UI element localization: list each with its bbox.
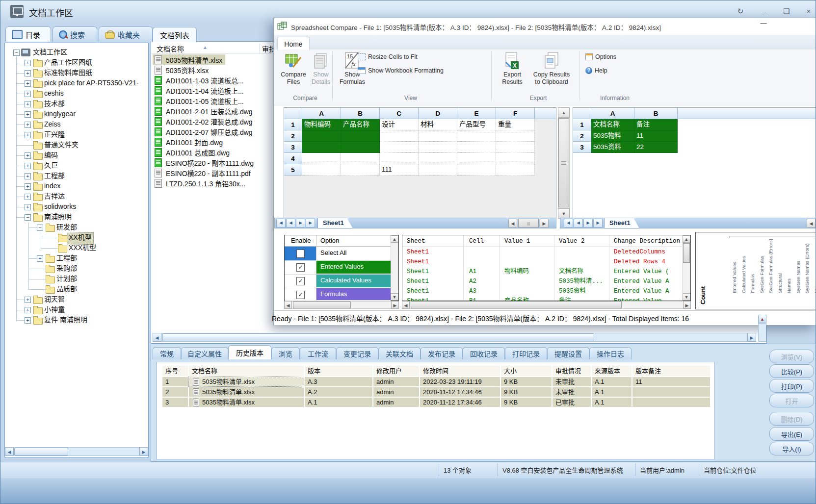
scroll-up-button[interactable]: ▲ [683, 235, 690, 243]
tree-expander-collapse[interactable]: − [25, 214, 31, 221]
result-cell[interactable]: A3 [469, 286, 500, 296]
sheet-cell[interactable] [457, 130, 496, 142]
history-cell[interactable]: admin [373, 398, 419, 407]
result-cell[interactable]: Deleted Rows 4 [614, 257, 680, 267]
tree-expander-expand[interactable]: + [25, 163, 31, 169]
tree-item[interactable]: 南浦照明 [43, 212, 73, 224]
history-cell[interactable]: 2022-03-23 19:11:19 [420, 377, 500, 386]
result-cell[interactable]: 产品名称 [504, 296, 554, 301]
bottom-tab-4[interactable]: 工作流 [300, 347, 336, 359]
sheet-cell[interactable]: 产品名称 [341, 119, 380, 130]
scroll-up-button[interactable]: ▲ [391, 235, 398, 243]
sheet-nav-last-button[interactable]: ▶ [593, 219, 603, 227]
doc-item[interactable]: ADI1001 封面.dwg [153, 137, 226, 147]
sheet-nav-last-button[interactable]: ▶ [306, 219, 315, 227]
sheet-cell[interactable] [419, 142, 457, 153]
scroll-up-button[interactable]: ▲ [558, 107, 570, 118]
tree-item[interactable]: pick place for AP-RT5350-V21- [43, 78, 140, 90]
sheet-cell[interactable] [341, 153, 380, 164]
action-button-export[interactable]: 导出(E) [769, 427, 814, 441]
history-cell[interactable]: A.1 [305, 398, 372, 407]
scroll-right-button[interactable]: ▶ [139, 447, 148, 456]
tree-item[interactable]: 产品工作区图纸 [43, 58, 94, 69]
doc-item[interactable]: ADI1001-2-07 铆压总成.dwg [153, 126, 256, 137]
sheet-cell[interactable] [496, 130, 535, 142]
result-cell[interactable]: Entered Value A [614, 286, 680, 296]
nav-tab-search[interactable]: 搜索 [53, 26, 97, 42]
hscroll-left-button[interactable]: ◀ [508, 219, 517, 227]
tree-item[interactable]: 正兴隆 [43, 130, 66, 141]
tree-item[interactable]: index [43, 181, 62, 193]
sheet-cell[interactable]: 22 [634, 142, 678, 153]
history-column-header[interactable]: 大小 [501, 366, 552, 376]
doc-item[interactable]: ADI1001-1-05 流道板上... [153, 96, 247, 106]
history-cell[interactable]: 9 KB [501, 387, 552, 397]
tree-expander-expand[interactable]: + [25, 297, 31, 303]
action-button-compare[interactable]: 比较(P) [769, 364, 814, 378]
scroll-down-button[interactable]: ▼ [558, 208, 570, 219]
tree-item[interactable]: ceshis [43, 89, 65, 100]
tree-expander-expand[interactable]: + [25, 194, 31, 200]
scroll-right-button[interactable]: ▶ [683, 301, 691, 309]
sheet-cell[interactable] [302, 153, 341, 164]
bottom-tab-2[interactable]: 历史版本 [228, 345, 271, 359]
sheet-cell[interactable]: 设计 [380, 119, 419, 130]
hscroll-thumb[interactable]: ||| [518, 219, 539, 227]
sheet-cell[interactable]: 产品型号 [457, 119, 496, 130]
doc-item[interactable]: ESINO横220 - 副本1111.dwg [153, 157, 257, 168]
tree-item[interactable]: 复件 南浦照明 [43, 315, 89, 327]
maximize-button[interactable]: ❑ [779, 6, 794, 16]
bottom-tab-6[interactable]: 关联文档 [378, 347, 421, 359]
history-cell[interactable]: 1 [162, 377, 188, 386]
hscroll-left-button[interactable]: ◀ [807, 219, 816, 227]
tree-expander-expand[interactable]: + [25, 317, 31, 324]
sheet-cell[interactable] [457, 153, 496, 164]
history-cell[interactable]: admin [373, 387, 419, 397]
sheet-cell[interactable]: 5035物料 [591, 130, 634, 142]
result-cell[interactable]: Entered Value [614, 296, 680, 301]
sheet-nav-next-button[interactable]: ▶ [296, 219, 305, 227]
history-cell[interactable]: A.1 [592, 398, 632, 407]
history-cell[interactable]: 5035物料清单.xlsx [189, 377, 304, 386]
history-cell[interactable]: 3 [162, 398, 188, 407]
options-vscrollbar[interactable] [391, 235, 398, 301]
sheet-cell[interactable] [380, 153, 419, 164]
nav-tab-favorites[interactable]: 收藏夹 [99, 26, 153, 42]
history-cell[interactable]: A.1 [592, 377, 632, 386]
option-checkbox[interactable]: ✓ [296, 263, 305, 272]
doc-vscroll-up-button[interactable]: ▲ [758, 315, 766, 323]
tree-expander-expand[interactable]: + [25, 60, 31, 66]
tree-expander-expand[interactable]: + [25, 183, 31, 190]
doc-column-name[interactable]: 文档名称 [157, 44, 184, 53]
tree-expander-expand[interactable]: + [25, 132, 31, 138]
result-cell[interactable]: Sheet1 [407, 277, 463, 286]
doc-item[interactable]: ADI1001-2-01 压装总成.dwg [153, 106, 256, 116]
bottom-tab-5[interactable]: 变更记录 [336, 347, 378, 359]
tree-item[interactable]: 研发部 [55, 223, 79, 234]
result-cell[interactable]: B1 [469, 296, 500, 301]
scroll-left-button[interactable]: ◀ [402, 301, 410, 309]
sheet-cell[interactable]: 物料编码 [302, 119, 341, 130]
scroll-right-button[interactable]: ▶ [391, 301, 399, 309]
sheet-cell[interactable]: 备注 [634, 119, 678, 130]
sheet-cell[interactable]: 重量 [496, 119, 535, 130]
sheet-cell[interactable] [419, 164, 457, 176]
sheet-cell[interactable] [380, 130, 419, 142]
scroll-thumb[interactable] [411, 302, 622, 308]
tree-item[interactable]: kinglygear [43, 109, 77, 121]
sheet-cell[interactable] [341, 164, 380, 176]
tree-expander-collapse[interactable]: − [13, 50, 20, 56]
sheet-cell[interactable] [496, 153, 535, 164]
tree-expander-expand[interactable]: + [25, 101, 31, 107]
history-cell[interactable]: A.1 [592, 387, 632, 397]
tree-expander-expand[interactable]: + [25, 122, 31, 128]
doc-item[interactable]: LTZD.250.1.1.3 角铝30x... [153, 178, 248, 188]
doc-item[interactable]: 5035物料清单.xlsx [153, 54, 225, 65]
history-column-header[interactable]: 文档名称 [189, 366, 304, 376]
doc-item[interactable]: ADI1001-2-02 灌装总成.dwg [153, 116, 256, 126]
doc-item[interactable]: ADI1001-1-03 流道板总... [153, 75, 247, 85]
sheet-nav-first-button[interactable]: ◀ [564, 219, 573, 227]
tree-expander-expand[interactable]: + [25, 80, 31, 87]
result-cell[interactable]: Sheet1 [407, 257, 463, 267]
history-cell[interactable]: 11 [632, 377, 710, 386]
